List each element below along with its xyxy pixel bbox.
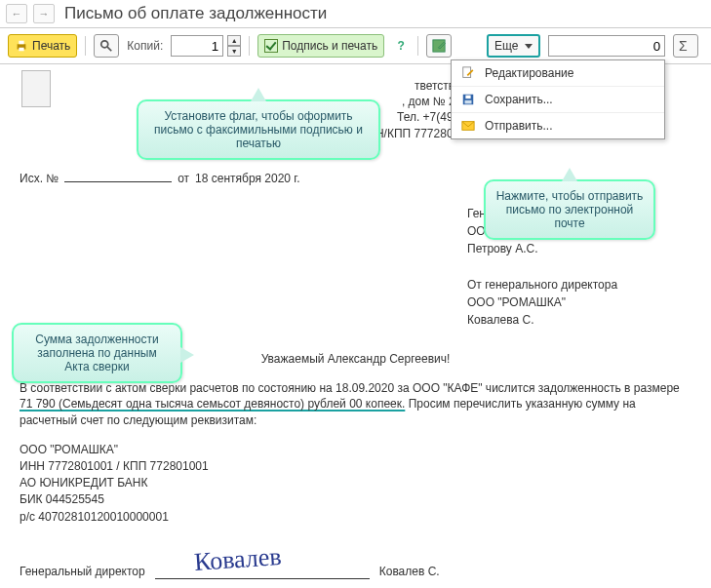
body-pre: В соответствии с актом сверки расчетов п… (20, 381, 680, 395)
sign-stamp-toggle[interactable]: Подпись и печать (257, 34, 384, 58)
sigma-icon: Σ (679, 38, 688, 54)
signer-title: Генеральный директор (20, 564, 145, 579)
nav-forward-button[interactable]: → (33, 4, 55, 23)
page-title: Письмо об оплате задолженности (64, 4, 327, 23)
sigma-button[interactable]: Σ (673, 34, 698, 58)
out-number-blank (64, 171, 172, 182)
sign-stamp-label: Подпись и печать (282, 39, 377, 53)
svg-rect-10 (465, 96, 470, 99)
callout-text: Нажмите, чтобы отправить письмо по элект… (496, 189, 644, 230)
svg-rect-11 (465, 100, 472, 104)
more-dropdown: Редактирование Сохранить... Отправить... (451, 59, 665, 139)
svg-line-4 (107, 47, 111, 51)
menu-item-send[interactable]: Отправить... (452, 112, 664, 138)
separator (249, 36, 250, 56)
more-menu-button[interactable]: Еще (487, 34, 540, 58)
req-line: ИНН 7772801001 / КПП 772801001 (20, 458, 691, 474)
svg-rect-1 (19, 41, 23, 45)
menu-item-label: Отправить... (485, 119, 553, 133)
signer-name: Ковалев С. (379, 564, 440, 579)
sum-input[interactable] (548, 35, 665, 57)
toolbar: Печать Копий: ▲▼ Подпись и печать ? Еще … (0, 28, 711, 64)
edit-grid-button[interactable] (426, 34, 452, 58)
menu-item-label: Редактирование (485, 66, 573, 80)
magnifier-icon (99, 39, 113, 53)
sheet-thumbnail[interactable] (21, 70, 51, 107)
edit-doc-icon (461, 66, 475, 80)
sender-line: Ковалева С. (467, 312, 691, 328)
out-date-prefix: от (178, 171, 189, 186)
sender-line: ООО "РОМАШКА" (467, 294, 691, 310)
signature-line: Ковалев (155, 546, 370, 579)
copies-input[interactable] (171, 35, 223, 57)
printer-icon (15, 39, 28, 53)
nav-back-button[interactable]: ← (6, 4, 27, 23)
menu-item-edit[interactable]: Редактирование (452, 60, 664, 86)
callout-send: Нажмите, чтобы отправить письмо по элект… (484, 179, 655, 240)
help-button[interactable]: ? (392, 37, 410, 55)
req-line: ООО "РОМАШКА" (20, 442, 691, 457)
callout-text: Установите флаг, чтобы оформить письмо с… (154, 109, 363, 150)
out-date: 18 сентября 2020 г. (195, 171, 300, 186)
callout-sign-stamp: Установите флаг, чтобы оформить письмо с… (137, 99, 380, 160)
copies-label: Копий: (127, 39, 163, 53)
mail-icon (461, 119, 475, 133)
grid-pencil-icon (432, 39, 446, 53)
recipient-line: Петрову А.С. (467, 241, 691, 256)
spinner-up-icon[interactable]: ▲ (227, 35, 241, 46)
svg-rect-2 (19, 48, 23, 52)
print-button[interactable]: Печать (8, 34, 77, 58)
menu-item-save[interactable]: Сохранить... (452, 86, 664, 112)
callout-amount: Сумма задолженности заполнена по данным … (12, 323, 182, 383)
callout-text: Сумма задолженности заполнена по данным … (35, 333, 158, 373)
signature-row: Генеральный директор Ковалев Ковалев С. (20, 546, 691, 579)
separator (85, 36, 86, 56)
arrow-right-icon: → (39, 8, 50, 20)
print-label: Печать (32, 39, 70, 53)
copies-spinner[interactable]: ▲▼ (227, 35, 241, 57)
more-label: Еще (494, 39, 518, 53)
window-header: ← → Письмо об оплате задолженности (0, 0, 711, 28)
sender-line: От генерального директора (467, 277, 691, 293)
question-icon: ? (398, 39, 405, 53)
signature-image: Ковалев (193, 539, 283, 579)
requisites: ООО "РОМАШКА" ИНН 7772801001 / КПП 77280… (20, 442, 691, 525)
req-line: р/с 40702810120010000001 (20, 509, 691, 525)
debt-amount: 71 790 (Семьдесят одна тысяча семьсот де… (20, 397, 405, 411)
spinner-down-icon[interactable]: ▼ (227, 46, 241, 57)
floppy-icon (461, 93, 475, 106)
menu-item-label: Сохранить... (485, 93, 553, 106)
chevron-down-icon (525, 44, 533, 49)
separator (417, 36, 418, 56)
document-viewport: Установите флаг, чтобы оформить письмо с… (0, 64, 711, 588)
checkbox-checked-icon (264, 39, 278, 53)
svg-point-3 (101, 41, 108, 48)
out-prefix: Исх. № (20, 171, 59, 186)
req-line: АО ЮНИКРЕДИТ БАНК (20, 475, 691, 490)
letter-body: В соответствии с актом сверки расчетов п… (20, 380, 691, 428)
preview-button[interactable] (94, 34, 119, 58)
arrow-left-icon: ← (12, 8, 22, 20)
req-line: БИК 044525545 (20, 491, 691, 507)
